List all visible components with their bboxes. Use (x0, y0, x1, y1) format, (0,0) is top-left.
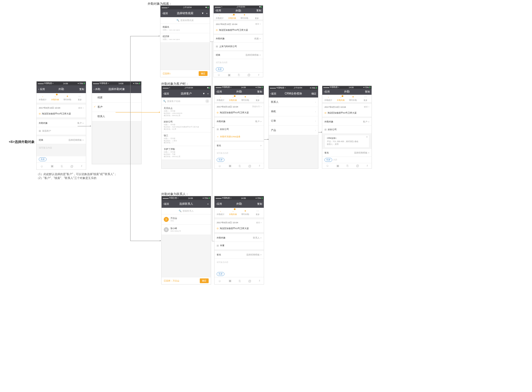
option-lead[interactable]: 线索 (92, 93, 141, 103)
close-icon[interactable]: ✕ (366, 136, 368, 138)
flow-arrow (318, 132, 322, 132)
customer-item[interactable]: 好好公司负责人：李书童电话地址：北京市海淀区知春路甲63子卫星大厦最高角色：0公… (162, 119, 211, 132)
address-row[interactable]: ◎海淀区知春路甲63号卫星大厦 (37, 111, 86, 118)
phone-contact-selected: ●●●●●中国电信⌔14:06◂75%▮ ‹应用外勤复制 ⬪外勤统计⬪外勤列表✦… (214, 196, 264, 285)
phone-base: ●●●●●中国电信⌔ 14:06 ◂75%▮ ‹ 应用 外勤 复制 ⬪外勤统计 … (36, 81, 86, 170)
selected-lead[interactable]: ▤上海飞尚科技公司 (214, 43, 263, 50)
back-button[interactable]: ‹返回 (270, 92, 282, 96)
phone-contact-list: ●●●●●中国主信⌔14:06◂75%▮ ‹返回选择联系人＋ 🔍搜索联系人 万万… (161, 196, 211, 285)
back-button[interactable]: ‹返回 (163, 202, 174, 206)
flow-arrow (130, 241, 161, 241)
back-button[interactable]: ‹应用 (324, 90, 335, 94)
remark-header[interactable]: 经商选择经商模板 > (37, 136, 86, 144)
customer-item[interactable]: 天天向上负责人：李书童电话地址：13812345678最高角色：398.62公里 (162, 105, 211, 119)
crm-orders[interactable]: 订单› (269, 116, 318, 126)
building-icon: ▤ (39, 130, 41, 132)
confirm-button[interactable]: 确定 (200, 278, 209, 283)
notes: （1）此处默认选择的是"客户"，可以切换选择"线索"或""联系人"； （2）"客… (36, 172, 117, 180)
flow-arrow (130, 36, 160, 36)
back-button[interactable]: ‹返回 (162, 12, 173, 15)
option-customer[interactable]: ✓客户 (92, 103, 141, 112)
filter-icon[interactable]: ▼ (203, 92, 205, 95)
back-button[interactable]: ‹应用 (215, 9, 226, 12)
section-title: <6>选择外勤对象 (9, 140, 35, 144)
private-pill[interactable]: 私密 (39, 157, 47, 161)
phone-select-type: ●●●●●中国电信⌔ 14:06 ◂75%▮ ‹ 外勤 选择外勤对象 线索 ✓客… (92, 81, 142, 164)
location-icon: ◎ (39, 112, 41, 115)
add-crm-link[interactable]: ＋外勤可关联CRM业务 (214, 133, 264, 140)
lead-item[interactable]: 经济界负责人：test user pipre (160, 33, 210, 43)
tab-stats[interactable]: ⬪外勤统计 (37, 93, 49, 103)
attach-icon[interactable]: ⎘ (61, 165, 63, 168)
navbar: ‹ 外勤 选择外勤对象 (92, 85, 141, 93)
back-button[interactable]: ‹返回 (163, 92, 174, 96)
option-contact[interactable]: 联系人 (92, 112, 141, 121)
tab-bar: ⬪外勤统计 ⬪外勤列表 ✦帮印外勤 ⋯更多 (37, 93, 86, 103)
avatar: 张 (164, 227, 169, 232)
copy-button[interactable]: 复制 (251, 90, 262, 94)
status-bar: ●●●●●中国电信⌔ 14:06 ◂75%▮ (37, 81, 86, 85)
search-icon: 🔍 (177, 19, 179, 22)
add-icon[interactable]: ＋ (207, 92, 209, 95)
voice-icon[interactable]: ⊙ (205, 99, 209, 103)
back-button[interactable]: ‹ 应用 (38, 88, 49, 91)
at-icon[interactable]: @ (70, 165, 73, 168)
object-header[interactable]: 外勤对象线索 > (214, 35, 263, 43)
copy-button[interactable]: 复制 (251, 202, 262, 206)
contact-item[interactable]: 万万云山未知 (162, 214, 211, 225)
connector (210, 42, 213, 42)
crm-contacts[interactable]: 联系人› (269, 98, 318, 107)
search-bar[interactable]: 🔍搜索联系人 (162, 208, 211, 214)
lead-item[interactable]: 线索名负责人：test user pipre (160, 24, 210, 33)
plus-icon: ＋ (217, 135, 219, 138)
crm-opportunity[interactable]: 商机› (269, 107, 318, 116)
add-icon[interactable]: ＋ (206, 12, 208, 15)
add-icon[interactable]: ＋ (198, 202, 209, 206)
heading-contact: 外勤对象为联系人： (161, 192, 189, 196)
status-bar: ●●●●●中国电信⌔ 14:06 ◂75%▮ (92, 81, 141, 85)
check-icon: ✓ (94, 105, 96, 108)
wifi-icon: ⌔ (52, 83, 53, 84)
search-icon: 🔍 (163, 100, 166, 103)
search-bar[interactable]: 🔍搜索销售线索 (160, 17, 210, 24)
tab-more[interactable]: ⋯更多 (74, 93, 86, 103)
avatar: 万 (164, 217, 169, 222)
tab-list[interactable]: ⬪外勤列表 (49, 93, 62, 103)
filter-icon[interactable]: ▼ (201, 12, 204, 15)
selected-customer[interactable]: ▤好好公司 (214, 125, 264, 133)
phone-customer-selected: ●●●●●中国电信⌔14:06◂75%▮ ‹应用外勤复制 ⬪外勤统计⬪外勤列表✦… (214, 86, 264, 169)
crm-products[interactable]: 产品› (269, 126, 318, 135)
search-bar[interactable]: 🔍搜索客户名称⊙ (162, 98, 211, 105)
navbar: ‹ 应用 外勤 复制 (37, 85, 86, 93)
connector (130, 36, 131, 241)
copy-button[interactable]: 复制 (73, 88, 84, 91)
image-icon[interactable]: ▣ (51, 164, 53, 168)
bottom-bar: ☺▣⎘@♯ (37, 162, 86, 170)
emoji-icon[interactable]: ☺ (40, 165, 43, 168)
customer-item[interactable]: 张三负责人：李书童电话地址：上海市最高角色：— (162, 132, 211, 146)
customer-item[interactable]: 卡罗丁洋制负责人：李书童电话地址：号楼最高角色：398.62公里 (162, 146, 211, 160)
object-header[interactable]: 外勤对象客户 > (214, 118, 264, 125)
phone-lead-selected: ●●●●● ⌔上午10:54✱▮ ‹应用外勤复制 ⬪外勤统计⬪外勤列表✦帮印外勤… (213, 5, 263, 77)
search-icon: 🔍 (179, 210, 181, 212)
back-button[interactable]: ‹ 外勤 (94, 88, 105, 91)
phone-customer-crm-filled: ●●●●●中国电信⌔14:06◂75%▮ ‹应用外勤复制 ⬪外勤统计⬪外勤列表✦… (322, 86, 372, 169)
back-button[interactable]: ‹应用 (216, 202, 227, 206)
hash-icon[interactable]: ♯ (81, 164, 82, 168)
copy-button[interactable]: 复制 (250, 9, 261, 12)
back-button[interactable]: ‹应用 (216, 90, 227, 94)
footer-bar: 已选择1确定 (160, 70, 210, 77)
tab-help[interactable]: ✦帮印外勤 (61, 93, 74, 103)
confirm-button[interactable]: 确定 (199, 71, 208, 76)
object-body[interactable]: ▤请选择户 (37, 127, 86, 135)
flow-arrow (116, 112, 160, 112)
content-area[interactable]: 填写备注内容 (37, 144, 86, 156)
phone-crm-modules: ●●●●●中国电信⌔上午10:54◂75%▮ ‹返回CRM业务模块确定 联系人›… (268, 86, 318, 169)
contact-item[interactable]: 张张小峰未知 未知公司 (162, 225, 211, 235)
phone-customer-list: ●●●●● ⌔上午10:54✱▮ ‹返回选择客户▼＋ 🔍搜索客户名称⊙ 天天向上… (161, 86, 211, 169)
footer-bar: 已选择：万云山确定 (162, 277, 211, 284)
done-button[interactable]: 确定 (305, 92, 316, 96)
crm-card[interactable]: ✕ CRM业务1 产品：TCL 200-400，财经报告-基础 联系人：关羽 (324, 135, 369, 148)
heading-cust: 外勤对象为客户时： (161, 82, 189, 86)
copy-button[interactable]: 复制 (359, 90, 370, 94)
